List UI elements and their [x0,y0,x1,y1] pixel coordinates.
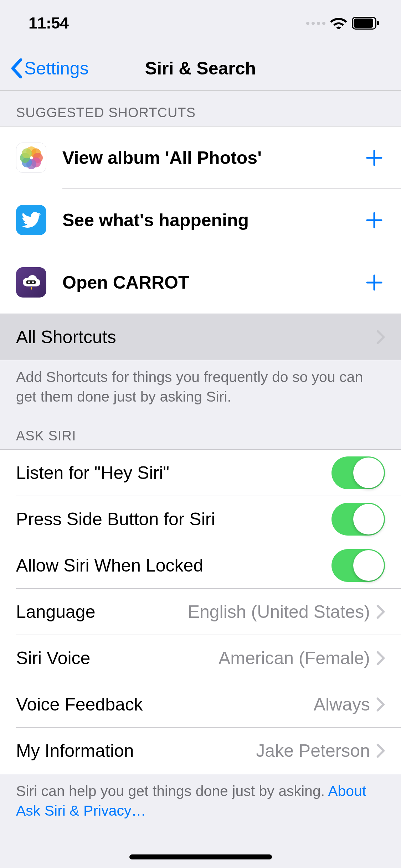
shortcut-label: Open CARROT [62,272,364,293]
shortcut-label: View album 'All Photos' [62,148,364,168]
chevron-right-icon [376,651,385,665]
voice-feedback-row[interactable]: Voice Feedback Always [0,681,401,728]
my-information-label: My Information [16,740,256,761]
side-button-toggle[interactable] [331,503,385,536]
hey-siri-label: Listen for "Hey Siri" [16,463,331,483]
allow-locked-label: Allow Siri When Locked [16,555,331,576]
my-information-value: Jake Peterson [256,740,370,761]
photos-app-icon [16,143,46,173]
carrot-app-icon [16,267,46,298]
ask-siri-footer: Siri can help you get things done just b… [0,774,401,821]
voice-feedback-value: Always [314,694,370,715]
all-shortcuts-label: All Shortcuts [16,327,376,347]
navigation-bar: Settings Siri & Search [0,46,401,91]
chevron-right-icon [376,744,385,758]
chevron-right-icon [376,330,385,344]
shortcut-label: See what's happening [62,210,364,231]
shortcut-row-twitter[interactable]: See what's happening [0,189,401,251]
all-shortcuts-row[interactable]: All Shortcuts [0,314,401,360]
cellular-signal-icon [306,22,325,25]
svg-rect-1 [354,19,373,28]
section-header-shortcuts: SUGGESTED SHORTCUTS [0,91,401,126]
side-button-label: Press Side Button for Siri [16,509,331,529]
home-indicator[interactable] [129,854,272,859]
chevron-right-icon [376,697,385,712]
ask-siri-footer-text: Siri can help you get things done just b… [16,783,328,799]
back-button[interactable]: Settings [11,58,89,79]
page-title: Siri & Search [145,58,256,79]
ask-siri-group: Listen for "Hey Siri" Press Side Button … [0,449,401,774]
my-information-row[interactable]: My Information Jake Peterson [0,728,401,774]
language-row[interactable]: Language English (United States) [0,589,401,635]
add-shortcut-button[interactable] [364,210,385,231]
status-bar: 11:54 [0,0,401,46]
allow-locked-row[interactable]: Allow Siri When Locked [0,542,401,589]
shortcuts-footer: Add Shortcuts for things you frequently … [0,360,401,407]
hey-siri-row[interactable]: Listen for "Hey Siri" [0,450,401,496]
side-button-row[interactable]: Press Side Button for Siri [0,496,401,542]
shortcut-row-photos[interactable]: View album 'All Photos' [0,126,401,189]
add-shortcut-button[interactable] [364,272,385,293]
hey-siri-toggle[interactable] [331,456,385,489]
voice-feedback-label: Voice Feedback [16,694,314,715]
back-label: Settings [24,58,89,79]
shortcut-row-carrot[interactable]: Open CARROT [0,251,401,314]
wifi-icon [330,17,347,29]
svg-rect-5 [32,281,34,283]
twitter-app-icon [16,205,46,235]
allow-locked-toggle[interactable] [331,549,385,582]
svg-rect-2 [377,21,379,25]
language-value: English (United States) [188,601,370,622]
svg-rect-3 [26,280,36,284]
battery-icon [352,17,380,30]
shortcuts-group: View album 'All Photos' See what's happe… [0,126,401,314]
svg-rect-4 [28,281,30,283]
status-time: 11:54 [29,14,69,32]
add-shortcut-button[interactable] [364,147,385,169]
status-indicators [306,17,380,30]
siri-voice-label: Siri Voice [16,648,219,668]
siri-voice-value: American (Female) [219,648,370,668]
language-label: Language [16,601,188,622]
chevron-right-icon [376,605,385,619]
chevron-left-icon [11,58,23,78]
section-header-ask-siri: ASK SIRI [0,407,401,449]
siri-voice-row[interactable]: Siri Voice American (Female) [0,635,401,681]
